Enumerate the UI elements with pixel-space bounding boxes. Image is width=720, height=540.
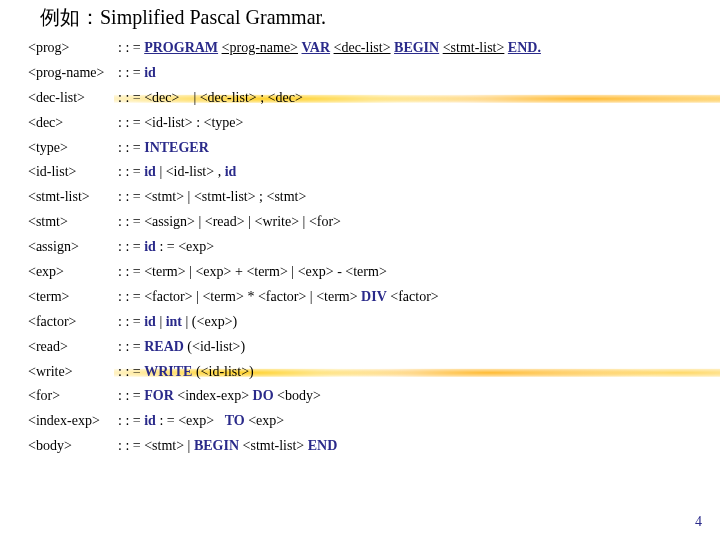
nt-stmtlist: <stmt-list> [194, 189, 256, 204]
nt-stmt: <stmt> [144, 438, 184, 453]
lhs: <dec> [28, 114, 118, 133]
kw-program: PROGRAM [144, 40, 218, 55]
pipe: | [190, 90, 200, 105]
def-symbol: : : = [118, 264, 141, 279]
lhs: <read> [28, 338, 118, 357]
rp: ) [241, 339, 246, 354]
lhs: <prog-name> [28, 64, 118, 83]
kw-div: DIV [361, 289, 387, 304]
page-number: 4 [695, 514, 702, 530]
rule-idlist: <id-list> : : = id | <id-list> , id [28, 163, 700, 182]
nt-exp: <exp> [248, 413, 284, 428]
rule-factor: <factor> : : = id | int | (<exp>) [28, 313, 700, 332]
kw-id: id [144, 239, 156, 254]
nt-exp: <exp> [298, 264, 334, 279]
lhs: <exp> [28, 263, 118, 282]
assign-sym: : = [159, 239, 178, 254]
nt-stmtlist: <stmt-list> [243, 438, 305, 453]
rhs: : : = <factor> | <term> * <factor> | <te… [118, 288, 700, 307]
rule-declist: <dec-list> : : = <dec> | <dec-list> ; <d… [28, 89, 700, 108]
semi: ; [259, 189, 266, 204]
rhs: : : = id | int | (<exp>) [118, 313, 700, 332]
def-symbol: : : = [118, 289, 141, 304]
lhs: <for> [28, 387, 118, 406]
def-symbol: : : = [118, 239, 141, 254]
plus: + [235, 264, 246, 279]
nt-factor: <factor> [258, 289, 306, 304]
def-symbol: : : = [118, 189, 141, 204]
kw-var: VAR [302, 40, 331, 55]
rule-body: <body> : : = <stmt> | BEGIN <stmt-list> … [28, 437, 700, 456]
def-symbol: : : = [118, 413, 141, 428]
rhs: : : = <stmt> | BEGIN <stmt-list> END [118, 437, 700, 456]
rhs: : : = id : = <exp> [118, 238, 700, 257]
kw-end2: END [308, 438, 338, 453]
nt-factor: <factor> [144, 289, 192, 304]
rule-assign: <assign> : : = id : = <exp> [28, 238, 700, 257]
rule-indexexp: <index-exp> : : = id : = <exp> TO <exp> [28, 412, 700, 431]
lhs: <term> [28, 288, 118, 307]
nt-declist: <dec-list> [200, 90, 257, 105]
nt-body: <body> [277, 388, 321, 403]
rhs: : : = INTEGER [118, 139, 700, 158]
rhs: : : = id | <id-list> , id [118, 163, 700, 182]
kw-id: id [225, 164, 237, 179]
def-symbol: : : = [118, 90, 141, 105]
def-symbol: : : = [118, 388, 141, 403]
def-symbol: : : = [118, 339, 141, 354]
rule-read: <read> : : = READ (<id-list>) [28, 338, 700, 357]
rhs: : : = <dec> | <dec-list> ; <dec> [118, 89, 700, 108]
rule-type: <type> : : = INTEGER [28, 139, 700, 158]
rhs: : : = <term> | <exp> + <term> | <exp> - … [118, 263, 700, 282]
nt-exp: <exp> [178, 413, 214, 428]
semi: ; [260, 90, 267, 105]
nt-declist: <dec-list> [334, 40, 391, 55]
rhs: : : = FOR <index-exp> DO <body> [118, 387, 700, 406]
rule-term: <term> : : = <factor> | <term> * <factor… [28, 288, 700, 307]
nt-write: <write> [255, 214, 300, 229]
nt-term: <term> [202, 289, 243, 304]
rp: ) [249, 364, 254, 379]
kw-integer: INTEGER [144, 140, 209, 155]
lhs: <index-exp> [28, 412, 118, 431]
kw-id: id [144, 314, 156, 329]
def-symbol: : : = [118, 140, 141, 155]
nt-idlist: <id-list> [166, 164, 214, 179]
nt-exp: <exp> [197, 314, 233, 329]
rhs: : : = <assign> | <read> | <write> | <for… [118, 213, 700, 232]
nt-read: <read> [205, 214, 245, 229]
kw-read: READ [144, 339, 184, 354]
page-title: 例如：Simplified Pascal Grammar. [40, 4, 720, 31]
rule-stmt: <stmt> : : = <assign> | <read> | <write>… [28, 213, 700, 232]
kw-to: TO [225, 413, 245, 428]
nt-factor: <factor> [390, 289, 438, 304]
rhs: : : = WRITE (<id-list>) [118, 363, 700, 382]
rhs: : : = id : = <exp> TO <exp> [118, 412, 700, 431]
kw-id: id [144, 164, 156, 179]
rule-exp: <exp> : : = <term> | <exp> + <term> | <e… [28, 263, 700, 282]
def-symbol: : : = [118, 438, 141, 453]
lhs: <id-list> [28, 163, 118, 182]
nt-stmtlist: <stmt-list> [443, 40, 505, 55]
assign-sym: : = [159, 413, 178, 428]
nt-stmt: <stmt> [144, 189, 184, 204]
colon: : [196, 115, 203, 130]
def-symbol: : : = [118, 214, 141, 229]
lhs: <dec-list> [28, 89, 118, 108]
grammar-block: <prog> : : = PROGRAM <prog-name> VAR <de… [28, 39, 700, 456]
rp: ) [233, 314, 238, 329]
def-symbol: : : = [118, 314, 141, 329]
rule-write: <write> : : = WRITE (<id-list>) [28, 363, 700, 382]
nt-for: <for> [309, 214, 341, 229]
nt-dec: <dec> [268, 90, 303, 105]
rule-stmtlist: <stmt-list> : : = <stmt> | <stmt-list> ;… [28, 188, 700, 207]
kw-id: id [144, 413, 156, 428]
nt-term: <term> [144, 264, 185, 279]
rhs: : : = <stmt> | <stmt-list> ; <stmt> [118, 188, 700, 207]
kw-begin2: BEGIN [194, 438, 239, 453]
rhs: : : = id [118, 64, 700, 83]
lhs: <stmt> [28, 213, 118, 232]
nt-assign: <assign> [144, 214, 195, 229]
lhs: <prog> [28, 39, 118, 58]
rhs: : : = <id-list> : <type> [118, 114, 700, 133]
